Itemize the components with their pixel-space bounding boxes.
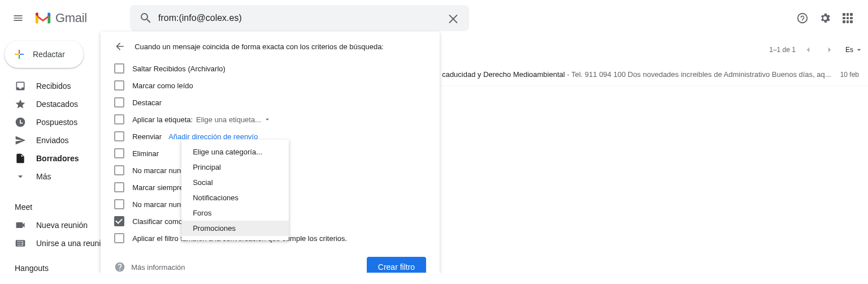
search-box[interactable] [130, 5, 469, 31]
filter-description: Cuando un mensaje coincida de forma exac… [134, 42, 384, 51]
checkbox[interactable] [114, 131, 124, 141]
category-item-updates[interactable]: Notificaciones [181, 190, 289, 205]
pager-prev-button[interactable] [799, 41, 817, 59]
chevron-left-icon [803, 45, 813, 55]
sidebar-item-label: Destacados [36, 100, 78, 109]
apps-grid-icon [843, 13, 853, 23]
more-info-link[interactable]: Más información [131, 263, 185, 272]
pager-text: 1–1 de 1 [769, 46, 796, 54]
filter-skip-inbox[interactable]: Saltar Recibidos (Archivarlo) [114, 60, 426, 77]
menu-icon [12, 12, 24, 24]
chevron-down-icon [854, 45, 863, 54]
mail-date: 10 feb [831, 71, 859, 79]
search-icon[interactable] [139, 11, 153, 25]
category-item-principal[interactable]: Principal [181, 160, 289, 175]
language-selector[interactable]: Es [845, 45, 863, 54]
star-icon [15, 98, 26, 110]
search-input[interactable] [158, 13, 446, 23]
help-icon [796, 12, 809, 24]
clock-icon [15, 117, 26, 128]
chevron-right-icon [824, 45, 835, 55]
category-header: Elige una categoría... [181, 144, 289, 160]
language-label: Es [845, 46, 853, 54]
back-icon[interactable] [114, 41, 125, 52]
category-dropdown: Elige una categoría... Principal Social … [181, 140, 289, 240]
gmail-logo[interactable]: Gmail [32, 11, 87, 25]
sidebar-item-label: Recibidos [36, 81, 71, 91]
apps-button[interactable] [836, 7, 859, 29]
sidebar-item-label: Borradores [36, 154, 79, 163]
support-button[interactable] [791, 7, 814, 29]
checkbox[interactable] [114, 165, 124, 175]
checkbox-checked[interactable] [114, 216, 124, 226]
checkbox[interactable] [114, 63, 124, 74]
pager-next-button[interactable] [821, 41, 839, 59]
file-icon [15, 153, 26, 164]
help-icon[interactable] [114, 261, 125, 273]
sidebar-item-label: Más [36, 172, 51, 181]
close-icon[interactable] [446, 11, 460, 25]
filter-apply-label[interactable]: Aplicar la etiqueta: Elige una etiqueta.… [114, 111, 426, 128]
checkbox[interactable] [114, 148, 124, 158]
filter-mark-read[interactable]: Marcar como leído [114, 77, 426, 94]
gmail-icon [34, 11, 52, 25]
content-area: 1–1 de 1 Es caducidad y Derecho Medioamb… [128, 36, 868, 273]
settings-button[interactable] [814, 7, 836, 29]
checkbox[interactable] [114, 97, 124, 107]
checkbox[interactable] [114, 182, 124, 192]
category-item-forums[interactable]: Foros [181, 205, 289, 221]
plus-icon [12, 48, 26, 61]
meet-item-label: Unirse a una reunión [36, 239, 110, 248]
chevron-down-icon [263, 115, 271, 123]
sidebar-item-label: Pospuestos [36, 118, 77, 127]
compose-label: Redactar [33, 50, 65, 59]
checkbox[interactable] [114, 233, 124, 243]
meet-item-label: Nueva reunión [36, 221, 88, 230]
checkbox[interactable] [114, 199, 124, 209]
checkbox[interactable] [114, 80, 124, 91]
label-selector[interactable]: Elige una etiqueta... [196, 115, 271, 124]
main-menu-button[interactable] [5, 5, 32, 32]
checkbox[interactable] [114, 114, 124, 124]
create-filter-button[interactable]: Crear filtro [367, 257, 426, 273]
filter-star[interactable]: Destacar [114, 94, 426, 111]
video-icon [15, 220, 26, 231]
chevron-down-icon [15, 171, 26, 182]
sidebar-item-label: Enviados [36, 136, 69, 145]
category-item-social[interactable]: Social [181, 175, 289, 190]
gear-icon [819, 12, 831, 24]
send-icon [15, 135, 26, 146]
inbox-icon [15, 80, 26, 92]
product-name: Gmail [55, 11, 87, 25]
keyboard-icon [15, 238, 26, 249]
compose-button[interactable]: Redactar [5, 41, 84, 68]
category-item-promotions[interactable]: Promociones [181, 221, 289, 236]
